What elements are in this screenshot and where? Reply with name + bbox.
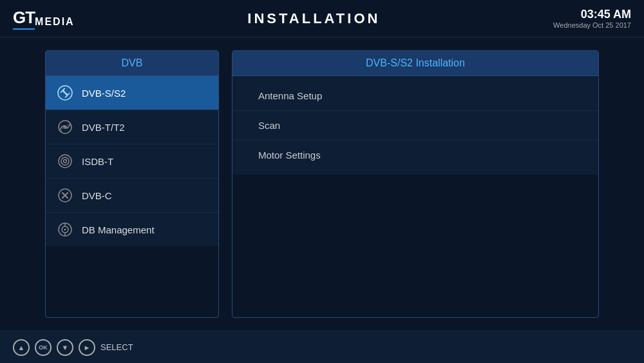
nav-right-button[interactable]: ► — [79, 339, 95, 356]
svg-point-5 — [64, 160, 67, 163]
bottom-bar: ▲ OK ▼ ► SELECT — [0, 331, 644, 363]
dvb-item-dvb-s-s2[interactable]: DVB-S/S2 — [46, 76, 218, 110]
dvb-s-s2-label: DVB-S/S2 — [82, 88, 126, 99]
nav-down-button[interactable]: ▼ — [57, 339, 73, 356]
satellite-icon — [56, 84, 74, 102]
installation-item-antenna-setup[interactable]: Antenna Setup — [232, 81, 598, 111]
main-content: DVB DVB-S/S2 — [0, 37, 644, 331]
db-management-label: DB Management — [82, 224, 155, 235]
select-label: SELECT — [100, 342, 133, 352]
installation-item-scan[interactable]: Scan — [232, 111, 598, 141]
svg-point-3 — [59, 155, 71, 168]
installation-items-list: Antenna Setup Scan Motor Settings — [232, 76, 598, 175]
antenna-icon — [56, 118, 74, 136]
dvb-panel-heading: DVB — [46, 51, 218, 76]
logo-media: MEDIA — [35, 16, 75, 28]
dvb-item-dvb-t-t2[interactable]: DVB-T/T2 — [46, 110, 218, 144]
header: GT MEDIA INSTALLATION 03:45 AM Wednesday… — [0, 0, 644, 37]
logo-gt: GT — [13, 8, 35, 30]
db-icon — [56, 221, 74, 239]
time-value: 03:45 AM — [553, 8, 631, 21]
installation-item-motor-settings[interactable]: Motor Settings — [232, 141, 598, 170]
dvb-item-isdb-t[interactable]: ISDB-T — [46, 144, 218, 179]
nav-ok-button[interactable]: OK — [35, 339, 52, 356]
svg-point-9 — [64, 229, 66, 231]
installation-panel-heading: DVB-S/S2 Installation — [232, 51, 598, 76]
dvb-item-dvb-c[interactable]: DVB-C — [46, 179, 218, 213]
svg-point-4 — [61, 157, 69, 165]
cable-icon — [56, 186, 74, 204]
installation-panel: DVB-S/S2 Installation Antenna Setup Scan… — [232, 50, 599, 318]
dvb-item-db-management[interactable]: DB Management — [46, 213, 218, 246]
date-value: Wednesday Oct 25 2017 — [553, 21, 631, 29]
dvb-c-label: DVB-C — [82, 190, 112, 201]
dvb-t-t2-label: DVB-T/T2 — [82, 122, 125, 133]
clock-display: 03:45 AM Wednesday Oct 25 2017 — [553, 8, 631, 29]
logo: GT MEDIA — [13, 8, 75, 30]
dvb-panel: DVB DVB-S/S2 — [45, 50, 219, 318]
dvb-items-list: DVB-S/S2 DVB-T/T2 — [46, 76, 218, 246]
page-title: INSTALLATION — [247, 10, 380, 27]
nav-up-button[interactable]: ▲ — [13, 339, 30, 356]
isdb-t-label: ISDB-T — [82, 156, 113, 167]
ring-antenna-icon — [56, 152, 74, 170]
